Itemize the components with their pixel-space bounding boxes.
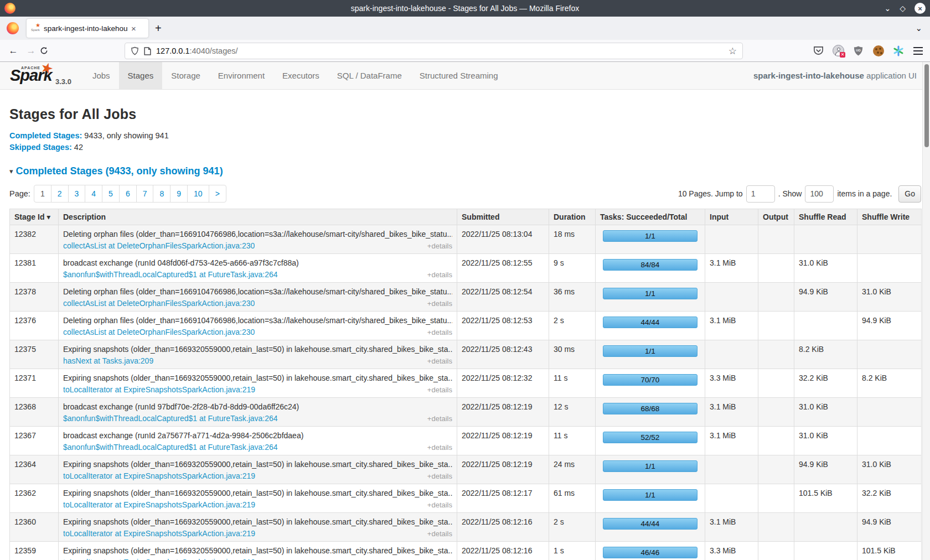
stage-callsite-link[interactable]: collectAsList at DeleteOrphanFilesSparkA… <box>63 299 255 308</box>
close-button-icon[interactable]: × <box>914 3 926 14</box>
completed-stages-summary: Completed Stages: 9433, only showing 941 <box>9 130 921 142</box>
column-header-shuffle-write[interactable]: Shuffle Write <box>857 209 922 225</box>
column-header-output[interactable]: Output <box>758 209 794 225</box>
details-toggle[interactable]: +details <box>427 242 452 250</box>
column-header-tasks-succeeded-total[interactable]: Tasks: Succeeded/Total <box>596 209 705 225</box>
maximize-button-icon[interactable]: ◇ <box>900 4 906 12</box>
details-toggle[interactable]: +details <box>427 472 452 480</box>
stage-callsite-link[interactable]: toLocalIterator at ExpireSnapshotsSparkA… <box>63 558 255 560</box>
menu-hamburger-icon[interactable] <box>912 44 924 57</box>
nav-item-environment[interactable]: Environment <box>209 62 273 89</box>
page-button-10[interactable]: 10 <box>187 185 209 202</box>
stage-callsite-link[interactable]: toLocalIterator at ExpireSnapshotsSparkA… <box>63 471 255 480</box>
skipped-stages-label: Skipped Stages: <box>9 143 72 152</box>
duration-cell: 12 s <box>549 398 596 427</box>
tasks-cell: 70/70 <box>596 369 705 398</box>
forward-button[interactable]: → <box>22 45 40 56</box>
minimize-button-icon[interactable]: ⌄ <box>884 4 891 12</box>
details-toggle[interactable]: +details <box>427 271 452 279</box>
site-info-icon[interactable] <box>144 47 151 55</box>
page-button-1[interactable]: 1 <box>34 185 51 202</box>
shuffle-read-cell: 32.2 KiB <box>794 369 857 398</box>
input-cell: 3.3 MiB <box>705 369 758 398</box>
pocket-icon[interactable] <box>812 44 825 57</box>
column-header-description[interactable]: Description <box>59 209 457 225</box>
go-button[interactable]: Go <box>898 185 921 203</box>
stage-row: 12362Expiring snapshots (older_than=1669… <box>10 484 922 513</box>
column-header-stage-id[interactable]: Stage Id ▾ <box>10 209 59 225</box>
stage-callsite-link[interactable]: toLocalIterator at ExpireSnapshotsSparkA… <box>63 500 255 509</box>
stage-id-cell: 12368 <box>10 398 59 427</box>
nav-item-storage[interactable]: Storage <box>162 62 209 89</box>
details-toggle[interactable]: +details <box>427 414 452 423</box>
shuffle-write-cell <box>857 340 922 369</box>
details-toggle[interactable]: +details <box>427 530 452 538</box>
asterisk-extension-icon[interactable] <box>892 44 905 57</box>
page-button-6[interactable]: 6 <box>119 185 136 202</box>
details-toggle[interactable]: +details <box>427 299 452 308</box>
nav-item-jobs[interactable]: Jobs <box>84 62 119 89</box>
ublock-shield-icon[interactable]: UO <box>852 44 865 57</box>
output-cell <box>758 254 794 283</box>
stage-description-cell: Expiring snapshots (older_than=166932055… <box>59 542 457 560</box>
column-header-submitted[interactable]: Submitted <box>457 209 549 225</box>
stage-callsite-link[interactable]: toLocalIterator at ExpireSnapshotsSparkA… <box>63 529 255 538</box>
column-header-duration[interactable]: Duration <box>549 209 596 225</box>
submitted-cell: 2022/11/25 08:12:55 <box>457 254 549 283</box>
page-button-5[interactable]: 5 <box>102 185 119 202</box>
stage-callsite-link[interactable]: collectAsList at DeleteOrphanFilesSparkA… <box>63 241 255 250</box>
stage-callsite-link[interactable]: $anonfun$withThreadLocalCaptured$1 at Fu… <box>63 270 278 279</box>
page-button->[interactable]: > <box>209 185 226 202</box>
page-button-2[interactable]: 2 <box>51 185 68 202</box>
nav-item-executors[interactable]: Executors <box>273 62 328 89</box>
duration-cell: 11 s <box>549 427 596 455</box>
nav-item-sql-dataframe[interactable]: SQL / DataFrame <box>328 62 411 89</box>
nav-item-stages[interactable]: Stages <box>119 62 163 89</box>
page-button-9[interactable]: 9 <box>170 185 187 202</box>
url-path: :4040/stages/ <box>189 46 237 55</box>
cookie-icon[interactable] <box>872 44 885 57</box>
nav-item-structured-streaming[interactable]: Structured Streaming <box>411 62 507 89</box>
shuffle-write-cell <box>857 225 922 254</box>
details-toggle[interactable]: +details <box>427 501 452 509</box>
stage-row: 12378Deleting orphan files (older_than=1… <box>10 283 922 312</box>
details-toggle[interactable]: +details <box>427 386 452 394</box>
stage-description-cell: broadcast exchange (runId 048fd06f-d753-… <box>59 254 457 283</box>
scrollbar-thumb[interactable] <box>924 64 929 147</box>
stage-callsite-link[interactable]: $anonfun$withThreadLocalCaptured$1 at Fu… <box>63 414 278 423</box>
reload-button[interactable] <box>40 46 58 55</box>
stage-callsite-link[interactable]: $anonfun$withThreadLocalCaptured$1 at Fu… <box>63 443 278 452</box>
stage-description: Deleting orphan files (older_than=166910… <box>63 230 452 238</box>
submitted-cell: 2022/11/25 08:13:04 <box>457 225 549 254</box>
column-header-shuffle-read[interactable]: Shuffle Read <box>794 209 857 225</box>
browser-tab[interactable]: Spark ★ spark-ingest-into-lakehous × <box>27 19 148 38</box>
items-per-page-input[interactable] <box>805 185 834 203</box>
jump-to-page-input[interactable] <box>746 185 775 203</box>
page-button-7[interactable]: 7 <box>136 185 153 202</box>
page-button-8[interactable]: 8 <box>153 185 170 202</box>
completed-stages-section-toggle[interactable]: ▾Completed Stages (9433, only showing 94… <box>9 165 921 177</box>
column-header-input[interactable]: Input <box>705 209 758 225</box>
firefox-view-icon[interactable] <box>7 22 19 34</box>
stage-callsite-link[interactable]: collectAsList at DeleteOrphanFilesSparkA… <box>63 328 255 336</box>
list-tabs-chevron-icon[interactable]: ⌄ <box>915 23 922 33</box>
bookmark-star-icon[interactable]: ☆ <box>728 45 737 57</box>
page-button-3[interactable]: 3 <box>68 185 85 202</box>
shield-icon[interactable] <box>131 46 139 55</box>
details-toggle[interactable]: +details <box>427 357 452 365</box>
stage-callsite-link[interactable]: toLocalIterator at ExpireSnapshotsSparkA… <box>63 385 255 394</box>
stage-callsite-link[interactable]: hasNext at Tasks.java:209 <box>63 356 153 365</box>
details-toggle[interactable]: +details <box>427 328 452 336</box>
page-button-4[interactable]: 4 <box>85 185 102 202</box>
submitted-cell: 2022/11/25 08:12:16 <box>457 542 549 560</box>
vertical-scrollbar[interactable] <box>922 62 930 560</box>
submitted-cell: 2022/11/25 08:12:32 <box>457 369 549 398</box>
account-extension-icon[interactable]: ✕ <box>832 44 845 57</box>
task-progress-bar: 70/70 <box>603 374 698 386</box>
back-button[interactable]: ← <box>4 45 22 56</box>
spark-logo[interactable]: APACHE Spark ★ <box>9 62 52 89</box>
new-tab-button[interactable]: + <box>155 22 162 35</box>
details-toggle[interactable]: +details <box>427 443 452 452</box>
tab-close-icon[interactable]: × <box>131 24 136 33</box>
url-bar[interactable]: 127.0.0.1:4040/stages/ ☆ <box>125 43 743 59</box>
